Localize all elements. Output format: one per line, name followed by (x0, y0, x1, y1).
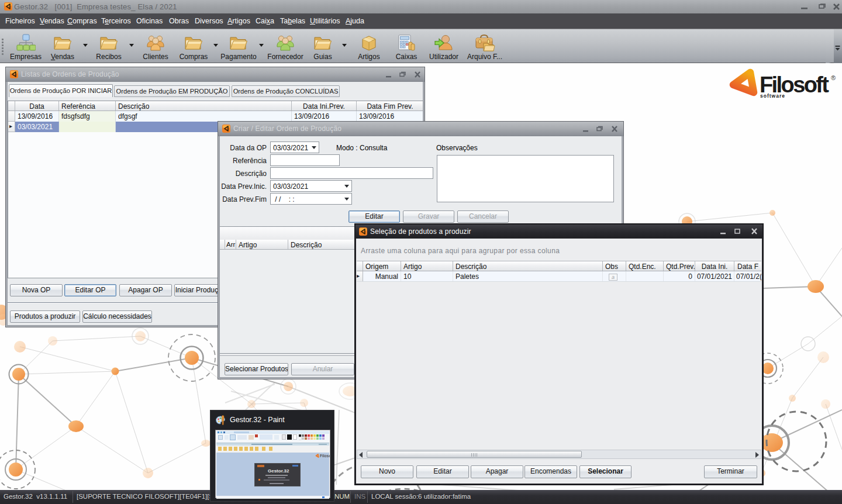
svg-text:®: ® (831, 74, 836, 81)
svg-text:software: software (760, 93, 785, 99)
svg-text:Filosoft: Filosoft (320, 454, 330, 458)
